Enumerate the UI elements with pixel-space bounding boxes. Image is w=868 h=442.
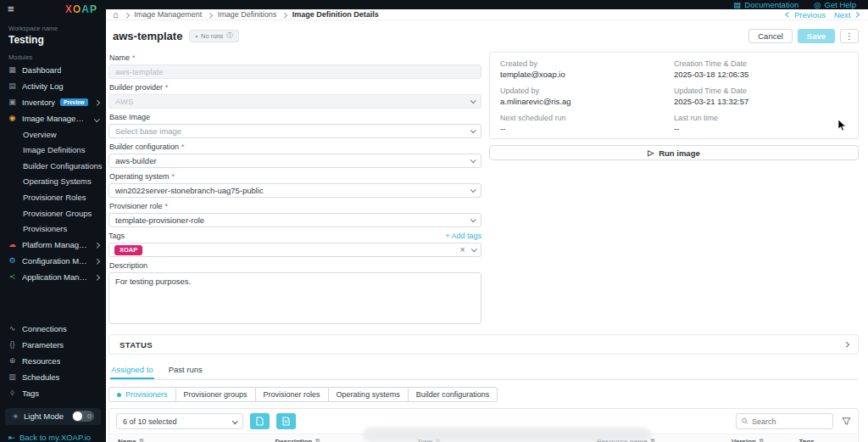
sidebar-subitem-provisioner-roles[interactable]: Provisioner Roles [0, 189, 106, 205]
sidebar-subitem-image-definitions[interactable]: Image Definitions [0, 143, 106, 159]
col-header-resource-name[interactable]: Resource name⇅ [588, 434, 723, 442]
exit-arrow-icon: ⇤ [8, 433, 15, 442]
chevron-down-icon [94, 116, 99, 121]
application-management-icon: ≺ [8, 272, 17, 281]
builder-configuration-select[interactable]: aws-builder [108, 154, 481, 168]
metadata-card: Created by template@xoap.io Creation Tim… [489, 52, 859, 139]
sidebar-item-dashboard[interactable]: ▦ Dashboard [0, 62, 106, 78]
search-input[interactable] [752, 417, 827, 426]
dot-icon: • [195, 32, 198, 40]
tab-past-runs[interactable]: Past runs [168, 362, 203, 379]
search-icon [742, 417, 748, 425]
previous-link[interactable]: Previous [787, 10, 825, 20]
chevron-down-icon [471, 246, 476, 251]
copy-document-button[interactable] [250, 413, 270, 429]
content: aws-template • No runs ⓘ Cancel Save ⋮ N… [106, 20, 868, 442]
chip-provisioner-groups[interactable]: Provisioner groups [175, 387, 256, 402]
sidebar-item-configuration-management[interactable]: ⚙ Configuration Management [0, 253, 106, 269]
sidebar-item-application-management[interactable]: ≺ Application Management [0, 269, 106, 285]
hamburger-menu-icon[interactable]: ≡ [8, 3, 14, 14]
sidebar-item-parameters[interactable]: {} Parameters [0, 337, 106, 353]
creation-time-value: 2025-03-18 12:06:35 [674, 70, 848, 79]
sort-icon: ⇅ [139, 438, 145, 442]
active-dot-icon [117, 393, 121, 397]
help-icon: ◎ [814, 0, 821, 9]
col-header-version[interactable]: Version⇅ [723, 434, 790, 442]
chevron-right-icon [94, 101, 99, 106]
tag-xoap[interactable]: XOAP [114, 245, 142, 255]
description-label: Description [109, 261, 147, 270]
sidebar-item-tags[interactable]: ◊ Tags [0, 385, 106, 401]
chip-operating-systems[interactable]: Operating systems [328, 387, 409, 402]
sidebar-item-connections[interactable]: ∿ Connections [0, 321, 106, 337]
sidebar-subitem-overview[interactable]: Overview [0, 126, 106, 143]
chip-builder-configurations[interactable]: Builder configurations [408, 387, 498, 402]
entity-filter-chips: Provisioners Provisioner groups Provisio… [108, 387, 859, 402]
main-area: ▤ Documentation ◎ Get Help ⌂ Image Manag… [106, 0, 868, 442]
operating-system-select[interactable]: win2022server-stonebranch-uag75-public [108, 183, 481, 198]
modules-label: Modules [0, 46, 106, 62]
clear-tags-icon[interactable]: × [460, 245, 465, 255]
operating-system-label: Operating system [109, 172, 170, 181]
breadcrumb-image-definitions[interactable]: Image Definitions [218, 10, 277, 19]
run-info-panel: Created by template@xoap.io Creation Tim… [489, 49, 859, 327]
next-scheduled-run-value: -- [500, 124, 674, 133]
sidebar-subitem-provisioner-groups[interactable]: Provisioner Groups [0, 205, 106, 221]
sidebar-subitem-builder-configurations[interactable]: Builder Configurations [0, 158, 106, 174]
home-icon[interactable]: ⌂ [113, 9, 119, 20]
chip-provisioners[interactable]: Provisioners [108, 387, 176, 402]
sidebar-item-activity-log[interactable]: ▤ Activity Log [0, 78, 106, 94]
tab-assigned-to[interactable]: Assigned to [110, 362, 154, 379]
xoap-logo: XOAP [65, 3, 97, 15]
created-by-value: template@xoap.io [500, 70, 674, 79]
col-header-type[interactable]: Type⇅ [409, 434, 588, 442]
kebab-menu-button[interactable]: ⋮ [840, 29, 859, 43]
schedules-icon: ▥ [8, 372, 17, 381]
selected-count-dropdown[interactable]: 6 of 10 selected [116, 413, 243, 429]
base-image-select[interactable]: Select base image [108, 124, 481, 138]
col-header-name[interactable]: Name⇅ [109, 434, 266, 442]
back-to-xoap-link[interactable]: ⇤ Back to my.XOAP.io [0, 433, 106, 442]
resources-icon: ⊕ [8, 356, 17, 365]
filter-funnel-icon[interactable] [842, 417, 851, 426]
col-header-description[interactable]: Description⇅ [266, 434, 409, 442]
breadcrumb-image-management[interactable]: Image Management [134, 10, 202, 19]
add-tags-link[interactable]: + Add tags [445, 232, 481, 240]
provisioner-role-label: Provisioner role [109, 202, 163, 210]
info-icon: ⓘ [226, 31, 233, 40]
created-by-label: Created by [500, 59, 674, 68]
documentation-link[interactable]: ▤ Documentation [733, 0, 798, 9]
topbar: ▤ Documentation ◎ Get Help [106, 0, 868, 9]
sidebar-item-resources[interactable]: ⊕ Resources [0, 353, 106, 369]
last-run-time-value: -- [674, 124, 848, 133]
sidebar-item-platform-management[interactable]: ☁ Platform Management [0, 237, 106, 253]
chip-provisioner-roles[interactable]: Provisioner roles [255, 387, 329, 402]
sort-icon: ⇅ [650, 438, 656, 442]
name-input[interactable] [108, 64, 481, 79]
provisioner-role-select[interactable]: template-provisioner-role [108, 213, 481, 227]
document-icon [256, 417, 264, 426]
run-image-button[interactable]: ▷ Run image [489, 145, 859, 160]
parameters-icon: {} [8, 340, 17, 349]
sidebar-subitem-provisioners[interactable]: Provisioners [0, 221, 106, 237]
sidebar-subitem-operating-systems[interactable]: Operating Systems [0, 174, 106, 190]
page-title: aws-template [113, 30, 182, 42]
sidebar-item-image-management[interactable]: ◉ Image Management [0, 110, 106, 126]
save-button[interactable]: Save [798, 29, 835, 43]
chevron-right-icon [843, 342, 849, 347]
cancel-button[interactable]: Cancel [748, 29, 793, 43]
breadcrumb-current: Image Definition Details [292, 10, 379, 19]
play-icon: ▷ [648, 148, 654, 157]
tags-field[interactable]: XOAP × [108, 243, 481, 257]
builder-provider-select[interactable]: AWS [108, 94, 481, 109]
get-help-link[interactable]: ◎ Get Help [814, 0, 856, 9]
sidebar-item-schedules[interactable]: ▥ Schedules [0, 369, 106, 385]
next-link[interactable]: Next [834, 10, 858, 20]
export-document-button[interactable] [276, 413, 296, 429]
status-panel-header[interactable]: STATUS [108, 334, 859, 355]
description-textarea[interactable]: For testing purposes. [108, 272, 481, 324]
sidebar-item-inventory[interactable]: ▣ Inventory Preview [0, 94, 106, 110]
chevron-down-icon [470, 216, 476, 221]
light-mode-toggle[interactable] [72, 411, 94, 422]
activity-log-icon: ▤ [8, 81, 17, 90]
